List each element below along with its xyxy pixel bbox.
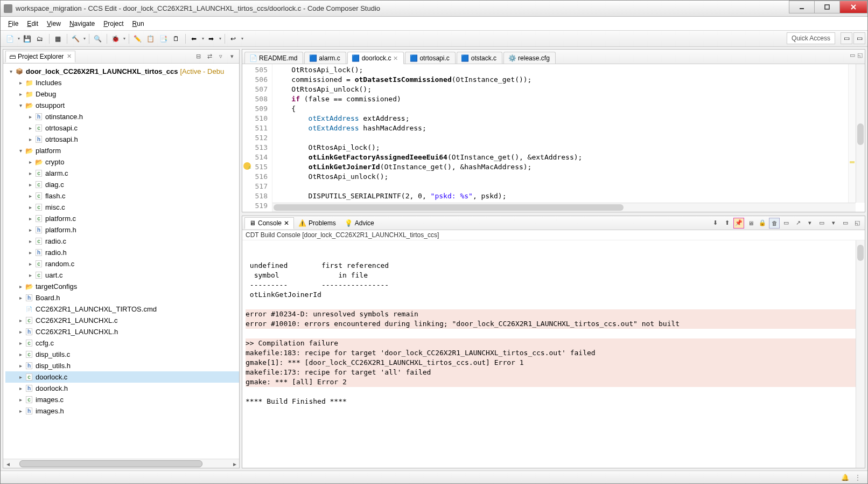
tree-item[interactable]: ▸hdisp_utils.h xyxy=(5,360,239,371)
close-icon[interactable]: ✕ xyxy=(284,219,289,227)
expand-icon[interactable]: ▸ xyxy=(27,261,33,267)
new-button[interactable]: 📄 xyxy=(4,33,16,45)
tree-item[interactable]: ▸cplatform.c xyxy=(5,213,239,224)
toggle-button[interactable]: ▦ xyxy=(52,33,64,45)
expand-icon[interactable]: ▸ xyxy=(17,284,24,289)
tree-item[interactable]: ▸hotrtosapi.h xyxy=(5,134,239,145)
dropdown-icon[interactable]: ▾ xyxy=(828,218,839,229)
editor-tab[interactable]: 🟦alarm.c xyxy=(304,52,346,64)
vertical-scrollbar[interactable] xyxy=(856,64,865,203)
menu-run[interactable]: Run xyxy=(128,18,149,29)
tree-item[interactable]: ▸cccfg.c xyxy=(5,337,239,349)
tree-item[interactable]: ▸cuart.c xyxy=(5,269,239,281)
link-editor-icon[interactable]: ⇄ xyxy=(205,52,214,61)
dropdown-icon[interactable]: ▾ xyxy=(218,36,222,41)
tree-item[interactable]: ▸cradio.c xyxy=(5,236,239,247)
expand-icon[interactable]: ▾ xyxy=(17,148,24,154)
perspective-button[interactable]: ▭ xyxy=(853,32,865,44)
expand-icon[interactable]: ▸ xyxy=(17,363,24,369)
editor-tab[interactable]: 🟦otrtosapi.c xyxy=(405,52,455,64)
close-icon[interactable]: ✕ xyxy=(393,55,398,62)
expand-icon[interactable]: ▸ xyxy=(27,136,33,142)
tree-item[interactable]: ▾otsupport xyxy=(5,100,239,111)
scrollbar-thumb[interactable] xyxy=(274,204,624,211)
horizontal-scrollbar[interactable]: ◂ ▸ xyxy=(3,459,239,468)
nav-button[interactable]: ↩ xyxy=(227,33,239,45)
tree-item[interactable]: ▸hradio.h xyxy=(5,247,239,258)
tree-item[interactable]: ▸hotinstance.h xyxy=(5,111,239,122)
lock-icon[interactable]: 🔒 xyxy=(757,218,768,229)
expand-icon[interactable]: ▸ xyxy=(27,204,33,210)
expand-icon[interactable]: ▸ xyxy=(27,193,33,199)
tree-item[interactable]: ▸cotrtosapi.c xyxy=(5,122,239,134)
tool-button[interactable]: ✏️ xyxy=(131,33,143,45)
scrollbar-thumb[interactable] xyxy=(19,460,202,467)
console-output[interactable]: undefined first referenced symbol in fil… xyxy=(242,240,865,468)
project-root[interactable]: ▾ 📦 door_lock_CC26X2R1_LAUNCHXL_tirtos_c… xyxy=(5,66,239,77)
perspective-button[interactable]: ▭ xyxy=(841,32,852,44)
expand-icon[interactable]: ▸ xyxy=(27,114,33,120)
minimize-icon[interactable]: ▭ xyxy=(840,218,851,229)
tree-item[interactable]: 📄CC26X2R1_LAUNCHXL_TIRTOS.cmd xyxy=(5,303,239,315)
expand-icon[interactable]: ▸ xyxy=(27,238,33,244)
expand-icon[interactable]: ▸ xyxy=(17,80,24,86)
tree-item[interactable]: ▸cdiag.c xyxy=(5,179,239,190)
maximize-icon[interactable]: ◱ xyxy=(857,52,863,59)
expand-icon[interactable]: ▸ xyxy=(27,272,33,278)
expand-icon[interactable]: ▸ xyxy=(27,182,33,188)
tree-item[interactable]: ▸cimages.c xyxy=(5,394,239,405)
close-icon[interactable]: ✕ xyxy=(67,53,72,60)
search-button[interactable]: 🔍 xyxy=(92,33,103,45)
tree-item[interactable]: ▸himages.h xyxy=(5,405,239,417)
build-button[interactable]: 🔨 xyxy=(69,33,81,45)
expand-icon[interactable]: ▸ xyxy=(17,397,24,403)
close-button[interactable] xyxy=(839,1,867,13)
expand-icon[interactable]: ▸ xyxy=(27,125,33,131)
scroll-left-icon[interactable]: ◂ xyxy=(3,459,12,468)
clear-icon[interactable]: 🗑 xyxy=(769,218,780,229)
editor-tab[interactable]: 📄README.md xyxy=(244,52,303,64)
expand-icon[interactable]: ▸ xyxy=(17,374,24,380)
tree-item[interactable]: ▸cmisc.c xyxy=(5,202,239,213)
tool-button[interactable]: 📋 xyxy=(144,33,156,45)
menu-project[interactable]: Project xyxy=(99,18,128,29)
project-tree[interactable]: ▾ 📦 door_lock_CC26X2R1_LAUNCHXL_tirtos_c… xyxy=(3,64,239,459)
maximize-icon[interactable]: ◱ xyxy=(852,218,863,229)
maximize-button[interactable] xyxy=(814,1,840,13)
expand-icon[interactable]: ▸ xyxy=(27,159,33,165)
dropdown-icon[interactable]: ▾ xyxy=(82,36,87,41)
pin-icon[interactable]: 📌 xyxy=(733,218,744,229)
console-tab-console[interactable]: 🖥Console ✕ xyxy=(244,217,294,229)
tree-item[interactable]: ▸hCC26X2R1_LAUNCHXL.h xyxy=(5,326,239,337)
expand-icon[interactable]: ▸ xyxy=(17,408,24,414)
expand-icon[interactable]: ▸ xyxy=(17,91,24,97)
open-icon[interactable]: ↗ xyxy=(793,218,803,229)
tree-item[interactable]: ▸targetConfigs xyxy=(5,281,239,292)
save-all-button[interactable]: 🗂 xyxy=(34,33,46,45)
expand-icon[interactable]: ▸ xyxy=(17,295,24,301)
forward-button[interactable]: ➡ xyxy=(205,33,217,45)
menu-edit[interactable]: Edit xyxy=(23,18,43,29)
dropdown-icon[interactable]: ▾ xyxy=(201,36,205,41)
expand-icon[interactable]: ▸ xyxy=(17,329,24,335)
tree-item[interactable]: ▸cCC26X2R1_LAUNCHXL.c xyxy=(5,315,239,326)
new-console-icon[interactable]: ▭ xyxy=(816,218,827,229)
tree-item[interactable]: ▸crandom.c xyxy=(5,258,239,269)
status-icon[interactable]: 🔔 xyxy=(841,473,849,482)
dropdown-icon[interactable]: ▾ xyxy=(17,36,21,41)
tree-item[interactable]: ▸cdoorlock.c xyxy=(5,371,239,383)
expand-icon[interactable]: ▸ xyxy=(17,385,24,391)
expand-icon[interactable]: ▸ xyxy=(27,250,33,255)
menu-navigate[interactable]: Navigate xyxy=(65,18,99,29)
scrollbar-thumb[interactable] xyxy=(857,245,864,261)
code-editor[interactable]: 505 506 507 508 509 510 511 512 513 514 … xyxy=(242,64,865,212)
minimize-icon[interactable]: ▭ xyxy=(850,52,855,59)
status-menu-icon[interactable]: ⋮ xyxy=(853,473,862,482)
tree-item[interactable]: ▸cflash.c xyxy=(5,190,239,202)
console-tab-advice[interactable]: 💡Advice xyxy=(340,218,379,229)
tree-item[interactable]: ▸hBoard.h xyxy=(5,292,239,303)
tree-item[interactable]: ▸Debug xyxy=(5,88,239,100)
editor-tab[interactable]: 🟦otstack.c xyxy=(457,52,502,64)
overview-ruler[interactable] xyxy=(848,64,856,203)
expand-icon[interactable]: ▾ xyxy=(8,68,14,74)
